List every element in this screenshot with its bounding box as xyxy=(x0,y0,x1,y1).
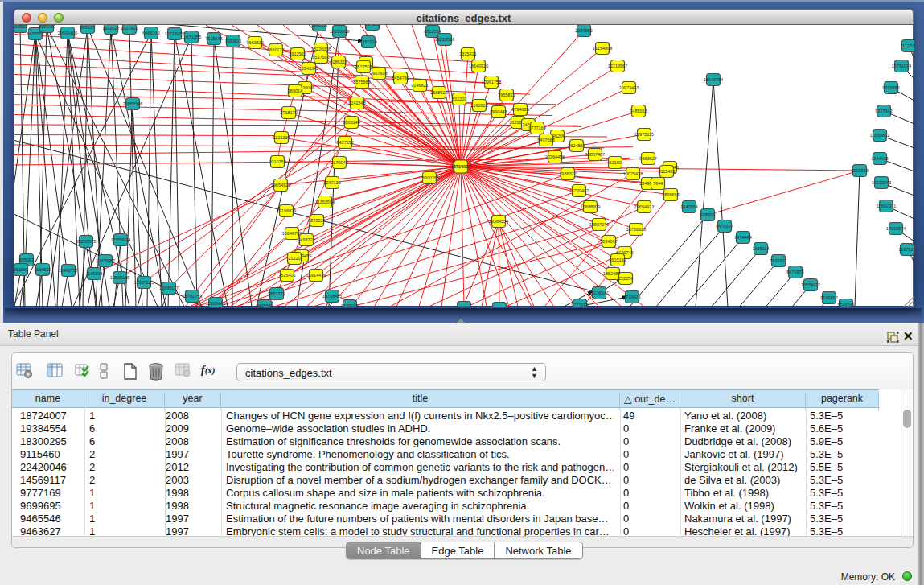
svg-text:9699695: 9699695 xyxy=(341,303,358,307)
svg-text:20053346: 20053346 xyxy=(123,101,142,106)
svg-text:15136141: 15136141 xyxy=(589,290,609,295)
svg-text:1112704: 1112704 xyxy=(901,43,914,48)
svg-text:1362615: 1362615 xyxy=(470,103,487,108)
svg-text:1640954: 1640954 xyxy=(680,204,697,209)
svg-text:16782759: 16782759 xyxy=(183,294,202,299)
svg-text:9245652: 9245652 xyxy=(820,295,837,300)
svg-text:16914479: 16914479 xyxy=(306,273,326,278)
svg-text:10961758: 10961758 xyxy=(482,80,501,84)
svg-text:8454749: 8454749 xyxy=(392,76,409,80)
svg-text:12923445: 12923445 xyxy=(206,301,225,306)
svg-text:12213967: 12213967 xyxy=(608,64,627,68)
svg-text:18724007: 18724007 xyxy=(451,164,470,169)
svg-text:9777169: 9777169 xyxy=(528,126,545,130)
svg-text:9463627: 9463627 xyxy=(639,156,656,161)
svg-text:20364456: 20364456 xyxy=(545,154,565,159)
svg-text:8912955: 8912955 xyxy=(289,51,306,56)
svg-text:10688609: 10688609 xyxy=(581,204,600,209)
svg-text:7955812: 7955812 xyxy=(498,93,515,97)
svg-text:8471676: 8471676 xyxy=(786,270,803,274)
svg-text:1527602: 1527602 xyxy=(121,26,138,31)
svg-text:10958117: 10958117 xyxy=(159,286,179,290)
svg-text:19166829: 19166829 xyxy=(277,208,296,213)
svg-text:10807487: 10807487 xyxy=(585,152,605,157)
svg-text:12093872: 12093872 xyxy=(870,133,889,138)
svg-text:8990448: 8990448 xyxy=(490,109,507,114)
svg-text:19384554: 19384554 xyxy=(489,219,508,224)
svg-text:995137: 995137 xyxy=(80,25,95,30)
svg-text:9146821: 9146821 xyxy=(411,83,428,88)
svg-text:17016504: 17016504 xyxy=(886,226,906,231)
svg-text:7644: 7644 xyxy=(653,181,663,186)
svg-text:9527506: 9527506 xyxy=(312,55,329,60)
svg-text:10654112: 10654112 xyxy=(801,282,820,287)
svg-text:6479197: 6479197 xyxy=(716,224,733,229)
svg-text:9329965: 9329965 xyxy=(882,85,899,90)
svg-text:1156829: 1156829 xyxy=(34,267,51,272)
svg-text:1996111: 1996111 xyxy=(311,25,328,27)
svg-text:6899695: 6899695 xyxy=(662,192,679,197)
svg-text:18640910: 18640910 xyxy=(469,64,488,68)
svg-text:833561: 833561 xyxy=(14,25,27,29)
svg-text:7515546: 7515546 xyxy=(205,36,222,41)
svg-text:1244415: 1244415 xyxy=(871,156,888,161)
svg-text:4498222: 4498222 xyxy=(298,237,314,242)
svg-text:15751074: 15751074 xyxy=(892,64,911,68)
svg-text:19654923: 19654923 xyxy=(271,183,290,187)
svg-text:6794028: 6794028 xyxy=(511,107,528,112)
svg-text:9777169: 9777169 xyxy=(571,303,588,307)
svg-text:2803144: 2803144 xyxy=(343,120,359,125)
svg-text:1145194: 1145194 xyxy=(85,271,102,276)
svg-text:19718485: 19718485 xyxy=(322,294,342,299)
svg-text:12975115: 12975115 xyxy=(634,132,654,137)
svg-text:8660123: 8660123 xyxy=(267,47,284,52)
svg-text:6466160: 6466160 xyxy=(142,31,159,35)
svg-text:7625402: 7625402 xyxy=(278,273,295,278)
svg-text:16154808: 16154808 xyxy=(593,46,612,51)
svg-text:3115465: 3115465 xyxy=(658,169,675,174)
svg-text:7357224: 7357224 xyxy=(359,39,376,44)
svg-text:1221338: 1221338 xyxy=(273,135,290,140)
svg-text:7986322: 7986322 xyxy=(559,171,576,176)
svg-text:18807249: 18807249 xyxy=(589,222,609,227)
svg-text:17359924: 17359924 xyxy=(111,237,130,242)
svg-text:8267130: 8267130 xyxy=(323,180,340,185)
svg-text:9084067: 9084067 xyxy=(600,239,617,244)
svg-text:10671355: 10671355 xyxy=(182,35,201,39)
svg-text:62160: 62160 xyxy=(609,160,621,165)
svg-text:19654923: 19654923 xyxy=(634,204,654,209)
svg-text:9465546: 9465546 xyxy=(256,303,273,307)
svg-text:9527508: 9527508 xyxy=(355,64,372,69)
svg-text:10973493: 10973493 xyxy=(619,85,639,90)
svg-text:3575685: 3575685 xyxy=(353,80,370,84)
svg-text:1615192: 1615192 xyxy=(609,257,626,262)
svg-text:835061: 835061 xyxy=(19,257,34,262)
svg-text:16033809: 16033809 xyxy=(330,29,349,34)
svg-text:10756928: 10756928 xyxy=(626,227,646,232)
svg-text:2099140: 2099140 xyxy=(38,25,55,29)
svg-text:1325421: 1325421 xyxy=(459,51,476,56)
svg-text:12942757: 12942757 xyxy=(59,268,78,273)
svg-text:20691406: 20691406 xyxy=(58,31,77,35)
svg-text:3215953: 3215953 xyxy=(851,168,868,173)
svg-text:1733426: 1733426 xyxy=(623,295,640,299)
svg-text:9242848: 9242848 xyxy=(348,101,365,105)
svg-text:2718170: 2718170 xyxy=(280,110,297,115)
svg-text:21220: 21220 xyxy=(288,256,300,261)
svg-text:989014: 989014 xyxy=(288,89,302,93)
svg-text:938923: 938923 xyxy=(700,212,715,217)
svg-text:9245011: 9245011 xyxy=(837,303,854,307)
svg-text:9227342: 9227342 xyxy=(875,109,892,113)
svg-text:2935114: 2935114 xyxy=(752,246,769,251)
svg-text:10025438: 10025438 xyxy=(623,171,643,176)
svg-text:954131: 954131 xyxy=(365,25,380,27)
svg-text:8186328: 8186328 xyxy=(330,60,347,64)
svg-text:1010755: 1010755 xyxy=(269,159,285,164)
svg-text:8878532: 8878532 xyxy=(308,218,325,223)
svg-text:832203: 832203 xyxy=(452,97,466,101)
svg-text:12505135: 12505135 xyxy=(110,275,129,280)
svg-text:1167531: 1167531 xyxy=(898,247,914,252)
svg-text:391591: 391591 xyxy=(14,267,28,272)
svg-text:9474444: 9474444 xyxy=(734,235,751,240)
svg-text:6497568: 6497568 xyxy=(537,138,554,142)
